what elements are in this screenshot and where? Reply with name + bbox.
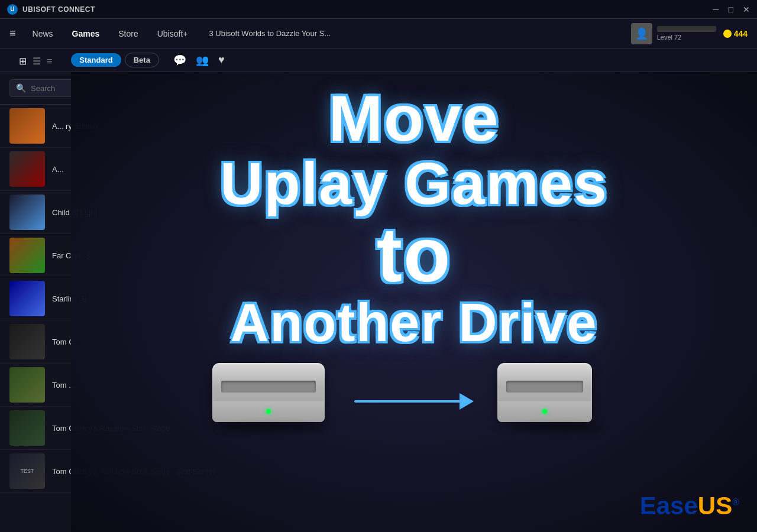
- arrow-head: [460, 393, 474, 410]
- overlay-line3: to: [220, 215, 608, 296]
- title-bar: U UBISOFT CONNECT ─ □ ✕: [0, 0, 757, 19]
- grid-view-button[interactable]: ⊞: [19, 56, 27, 67]
- hdd-slot-dest: [506, 381, 583, 392]
- compact-view-button[interactable]: ≡: [47, 56, 52, 67]
- app-title: UBISOFT CONNECT: [22, 5, 95, 14]
- game-thumbnail: [9, 367, 45, 403]
- sub-nav: ⊞ ☰ ≡ Standard Beta 💬 👥 ♥: [0, 48, 757, 72]
- standard-tab[interactable]: Standard: [71, 53, 121, 67]
- nav-bar: ≡ News Games Store Ubisoft+ 3 Ubisoft Wo…: [0, 19, 757, 48]
- game-thumbnail: [9, 194, 45, 230]
- game-thumbnail: [9, 324, 45, 359]
- user-avatar-block[interactable]: 👤 Level 72: [631, 23, 716, 44]
- hdd-body-dest: [497, 363, 592, 422]
- overlay-panel: Move Uplay Games to Another Drive: [71, 72, 757, 532]
- nav-games[interactable]: Games: [65, 25, 107, 42]
- view-toggle-group: ⊞ ☰ ≡: [9, 51, 62, 69]
- nav-news[interactable]: News: [25, 25, 60, 42]
- source-drive: [212, 363, 331, 440]
- registered-mark: ®: [732, 497, 739, 507]
- app-logo: U: [7, 4, 18, 15]
- arrow-line: [354, 400, 461, 403]
- hdd-shadow-dest: [511, 424, 603, 433]
- game-thumbnail: [9, 151, 45, 187]
- hamburger-menu[interactable]: ≡: [9, 27, 16, 40]
- game-thumbnail: [9, 410, 45, 446]
- easeus-branding: EaseUS®: [640, 492, 739, 520]
- overlay-line2: Uplay Games: [220, 153, 608, 215]
- username-bar: [657, 26, 716, 32]
- game-thumbnail: [9, 281, 45, 316]
- hdd-front-dest: [497, 401, 592, 422]
- game-thumbnail: [9, 238, 45, 273]
- easeus-us-text: US: [698, 492, 732, 520]
- nav-store[interactable]: Store: [111, 25, 145, 42]
- app-title-area: U UBISOFT CONNECT: [7, 4, 95, 15]
- hdd-led-dest: [542, 409, 547, 414]
- transfer-arrow: [354, 393, 474, 410]
- currency-icon: [723, 30, 732, 38]
- hdd-body-source: [212, 363, 325, 422]
- minimize-button[interactable]: ─: [713, 5, 719, 14]
- game-thumbnail: TEST: [9, 453, 45, 489]
- destination-drive: [497, 363, 616, 440]
- hdd-shadow: [217, 424, 326, 433]
- currency-display: 444: [723, 29, 748, 38]
- avatar: 👤: [631, 23, 652, 44]
- overlay-title: Move Uplay Games to Another Drive: [220, 84, 608, 351]
- maximize-button[interactable]: □: [729, 5, 733, 14]
- overlay-line4: Another Drive: [220, 295, 608, 351]
- messages-icon[interactable]: 💬: [173, 54, 186, 67]
- nav-ubisoft-plus[interactable]: Ubisoft+: [150, 25, 195, 42]
- sub-nav-icons: 💬 👥 ♥: [173, 54, 225, 67]
- beta-tab[interactable]: Beta: [125, 53, 159, 67]
- hdd-slot: [221, 381, 316, 392]
- list-view-button[interactable]: ☰: [33, 56, 41, 67]
- friends-icon[interactable]: 👥: [196, 54, 209, 67]
- main-content: 🔍 A... ry Edition A... Child of Light Fa…: [0, 72, 757, 532]
- close-button[interactable]: ✕: [743, 5, 750, 14]
- drives-illustration: [212, 363, 616, 440]
- game-thumbnail: [9, 108, 45, 144]
- user-level: Level 72: [657, 34, 716, 41]
- hdd-led: [266, 409, 271, 414]
- favorites-icon[interactable]: ♥: [218, 54, 225, 66]
- user-info: Level 72: [657, 26, 716, 41]
- hdd-front: [212, 401, 325, 422]
- window-controls: ─ □ ✕: [713, 5, 750, 14]
- game-title: A...: [52, 165, 64, 174]
- easeus-ease-text: Ease: [640, 492, 698, 520]
- nav-promo-link[interactable]: 3 Ubisoft Worlds to Dazzle Your S...: [202, 25, 338, 41]
- currency-value: 444: [734, 29, 748, 38]
- search-icon: 🔍: [16, 83, 26, 93]
- nav-right: 👤 Level 72 444: [631, 23, 748, 44]
- overlay-line1: Move: [220, 84, 608, 153]
